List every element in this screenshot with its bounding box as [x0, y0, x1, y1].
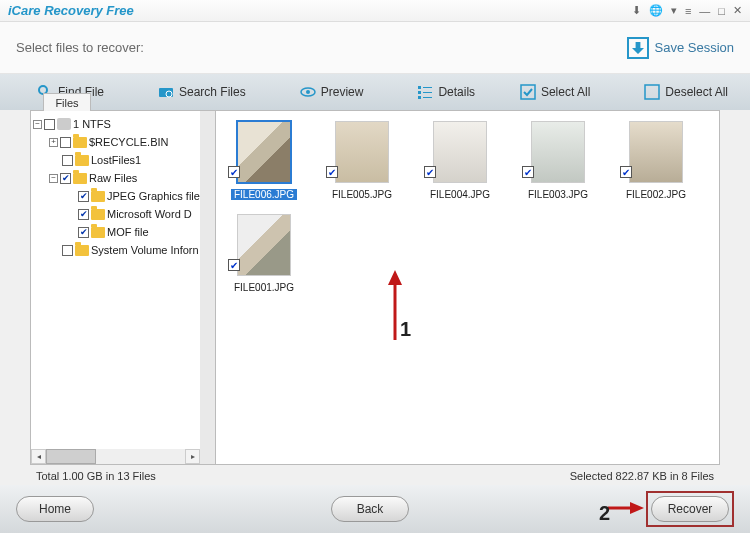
- titlebar-controls: ⬇ 🌐 ▾ ≡ — □ ✕: [632, 4, 742, 17]
- maximize-button[interactable]: □: [718, 5, 725, 17]
- preview-button[interactable]: Preview: [288, 80, 376, 104]
- app-title: iCare Recovery Free: [8, 3, 134, 18]
- tree-panel: − 1 NTFS + $RECYCLE.BIN LostFiles1 −✔ Ra…: [31, 111, 216, 464]
- svg-rect-9: [423, 92, 432, 93]
- scroll-left-icon[interactable]: ◂: [31, 449, 46, 464]
- tree-item[interactable]: ✔ MOF file: [33, 223, 213, 241]
- svg-rect-11: [423, 97, 432, 98]
- horizontal-scrollbar[interactable]: ◂ ▸: [31, 449, 200, 464]
- file-label: FILE006.JPG: [231, 189, 297, 200]
- toolbar: Find File Search Files Preview Details S…: [0, 74, 750, 110]
- tree-item[interactable]: LostFiles1: [33, 151, 213, 169]
- folder-icon: [91, 227, 105, 238]
- file-label: FILE001.JPG: [234, 282, 294, 293]
- file-label: FILE003.JPG: [528, 189, 588, 200]
- save-session-button[interactable]: Save Session: [627, 37, 735, 59]
- save-icon: [627, 37, 649, 59]
- header: Select files to recover: Save Session: [0, 22, 750, 74]
- file-thumb[interactable]: ✔ FILE005.JPG: [322, 121, 402, 200]
- download-icon[interactable]: ⬇: [632, 4, 641, 17]
- file-label: FILE005.JPG: [332, 189, 392, 200]
- folder-icon: [73, 137, 87, 148]
- list-icon: [417, 84, 433, 100]
- details-button[interactable]: Details: [405, 80, 487, 104]
- footer: Home Back Recover: [0, 485, 750, 533]
- file-thumb[interactable]: ✔ FILE002.JPG: [616, 121, 696, 200]
- minimize-button[interactable]: —: [699, 5, 710, 17]
- checkbox[interactable]: ✔: [424, 166, 436, 178]
- svg-rect-8: [418, 91, 421, 94]
- header-prompt: Select files to recover:: [16, 40, 144, 55]
- recover-button[interactable]: Recover: [651, 496, 729, 522]
- status-total: Total 1.00 GB in 13 Files: [36, 470, 156, 482]
- tree-root[interactable]: − 1 NTFS: [33, 115, 213, 133]
- file-thumb[interactable]: ✔ FILE003.JPG: [518, 121, 598, 200]
- thumbnail-panel: ✔ FILE006.JPG ✔ FILE005.JPG ✔ FILE004.JP…: [216, 111, 719, 464]
- titlebar: iCare Recovery Free ⬇ 🌐 ▾ ≡ — □ ✕: [0, 0, 750, 22]
- scrollbar-thumb[interactable]: [46, 449, 96, 464]
- help-icon[interactable]: ≡: [685, 5, 691, 17]
- tree-item[interactable]: + $RECYCLE.BIN: [33, 133, 213, 151]
- folder-search-icon: [158, 84, 174, 100]
- status-selected: Selected 822.87 KB in 8 Files: [570, 470, 714, 482]
- tree-item[interactable]: ✔ Microsoft Word D: [33, 205, 213, 223]
- annotation-number-2: 2: [599, 502, 610, 525]
- annotation-number-1: 1: [400, 318, 411, 341]
- file-label: FILE002.JPG: [626, 189, 686, 200]
- folder-icon: [75, 245, 89, 256]
- file-thumb[interactable]: ✔ FILE006.JPG: [224, 121, 304, 200]
- drive-icon: [57, 118, 71, 130]
- svg-point-5: [306, 90, 310, 94]
- folder-icon: [91, 209, 105, 220]
- checkbox[interactable]: ✔: [326, 166, 338, 178]
- file-thumb[interactable]: ✔ FILE004.JPG: [420, 121, 500, 200]
- svg-rect-13: [645, 85, 659, 99]
- checkbox[interactable]: ✔: [228, 259, 240, 271]
- scroll-right-icon[interactable]: ▸: [185, 449, 200, 464]
- folder-icon: [73, 173, 87, 184]
- file-thumb[interactable]: ✔ FILE001.JPG: [224, 214, 304, 293]
- svg-rect-7: [423, 87, 432, 88]
- checkbox[interactable]: ✔: [620, 166, 632, 178]
- svg-rect-12: [521, 85, 535, 99]
- recover-highlight: Recover: [646, 491, 734, 527]
- back-button[interactable]: Back: [331, 496, 409, 522]
- check-square-icon: [520, 84, 536, 100]
- tree-item[interactable]: ✔ JPEG Graphics file: [33, 187, 213, 205]
- folder-icon: [91, 191, 105, 202]
- content-area: Files − 1 NTFS + $RECYCLE.BIN LostFiles1…: [30, 110, 720, 465]
- file-label: FILE004.JPG: [430, 189, 490, 200]
- tab-files[interactable]: Files: [43, 93, 91, 111]
- deselect-all-button[interactable]: Deselect All: [632, 80, 740, 104]
- vertical-scrollbar[interactable]: [200, 111, 215, 449]
- checkbox[interactable]: ✔: [522, 166, 534, 178]
- tree-item[interactable]: System Volume Inforn: [33, 241, 213, 259]
- svg-rect-10: [418, 96, 421, 99]
- globe-icon[interactable]: 🌐: [649, 4, 663, 17]
- empty-square-icon: [644, 84, 660, 100]
- checkbox[interactable]: ✔: [228, 166, 240, 178]
- close-button[interactable]: ✕: [733, 4, 742, 17]
- select-all-button[interactable]: Select All: [508, 80, 602, 104]
- svg-rect-6: [418, 86, 421, 89]
- folder-icon: [75, 155, 89, 166]
- dropdown-icon[interactable]: ▾: [671, 4, 677, 17]
- eye-icon: [300, 84, 316, 100]
- search-files-button[interactable]: Search Files: [146, 80, 258, 104]
- home-button[interactable]: Home: [16, 496, 94, 522]
- tree-item[interactable]: −✔ Raw Files: [33, 169, 213, 187]
- save-session-label: Save Session: [655, 40, 735, 55]
- status-bar: Total 1.00 GB in 13 Files Selected 822.8…: [30, 467, 720, 485]
